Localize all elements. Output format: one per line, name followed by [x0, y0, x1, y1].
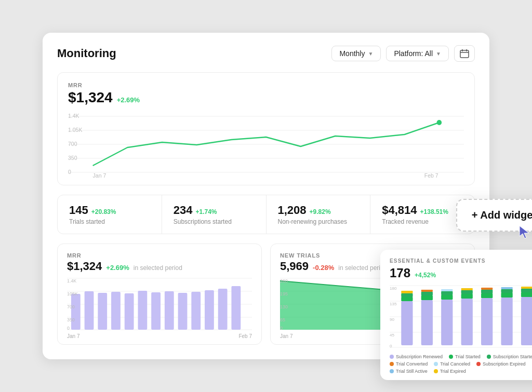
stat-subs-label: Subscriptions started	[174, 218, 255, 225]
svg-rect-87	[521, 292, 532, 297]
svg-rect-67	[421, 295, 433, 300]
stat-trials: 145 +20.83% Trials started	[58, 195, 162, 234]
legend-label: Trial Expired	[440, 369, 466, 374]
legend-item: Subscription Expired	[476, 361, 526, 367]
svg-rect-27	[138, 291, 147, 330]
svg-rect-65	[401, 291, 413, 293]
svg-text:Feb 7: Feb 7	[424, 172, 438, 179]
svg-text:350: 350	[68, 155, 77, 161]
mrr-value-row: $1,324 +2.69%	[68, 89, 464, 106]
mrr-bottom-value: $1,324	[67, 260, 102, 273]
platform-dropdown[interactable]: Platform: All ▼	[386, 46, 449, 61]
svg-rect-88	[521, 289, 532, 292]
legend-item: Subscription Started	[487, 354, 532, 359]
add-widget-label: + Add widget	[472, 209, 532, 221]
calendar-icon	[460, 49, 469, 58]
cursor-icon	[517, 225, 532, 243]
stat-trials-label: Trials started	[69, 218, 150, 225]
svg-rect-81	[481, 288, 493, 290]
events-value: 178	[390, 266, 410, 280]
svg-text:700: 700	[68, 141, 77, 147]
platform-label: Platform: All	[394, 49, 433, 58]
svg-rect-84	[501, 289, 512, 293]
stat-subs-value: 234	[174, 204, 193, 217]
svg-rect-77	[461, 288, 473, 290]
svg-rect-76	[461, 290, 473, 294]
svg-rect-74	[461, 299, 473, 345]
svg-rect-25	[111, 292, 121, 330]
stat-purchases-change: +9.82%	[310, 208, 331, 215]
svg-rect-86	[521, 297, 532, 345]
svg-marker-51	[520, 226, 529, 238]
mrr-bottom-change: +2.69%	[106, 264, 129, 272]
svg-rect-26	[125, 293, 134, 330]
legend-label: Subscription Started	[493, 354, 532, 359]
mrr-x-start: Jan 7	[67, 333, 79, 339]
svg-rect-30	[178, 293, 188, 330]
legend-item: Subscription Renewed	[390, 354, 443, 359]
svg-rect-72	[441, 291, 453, 295]
stat-purchases: 1,208 +9.82% Non-renewing purchases	[267, 195, 371, 234]
svg-text:1.05K: 1.05K	[68, 127, 83, 133]
svg-rect-66	[421, 300, 433, 345]
svg-rect-69	[421, 290, 433, 292]
svg-text:Jan 7: Jan 7	[93, 172, 107, 179]
svg-rect-79	[481, 293, 493, 298]
svg-text:350: 350	[67, 317, 75, 322]
legend-color-dot	[434, 362, 438, 366]
svg-rect-68	[421, 292, 433, 295]
mrr-x-labels: Jan 7 Feb 7	[67, 333, 252, 339]
trials-x-start: Jan 7	[280, 333, 292, 339]
svg-rect-29	[165, 291, 174, 330]
svg-text:0: 0	[67, 326, 70, 331]
legend-label: Trial Converted	[396, 361, 428, 367]
svg-text:45: 45	[390, 333, 395, 337]
svg-text:260: 260	[280, 278, 288, 283]
svg-rect-78	[481, 298, 493, 345]
events-legend: Subscription Renewed Trial Started Subsc…	[390, 354, 532, 374]
stats-row: 145 +20.83% Trials started 234 +1.74% Su…	[57, 195, 475, 234]
svg-rect-75	[461, 294, 473, 299]
events-stacked-chart-svg: 180 135 90 45 0	[390, 286, 532, 348]
trials-value: 5,969	[280, 260, 309, 273]
svg-rect-34	[231, 286, 241, 330]
stat-revenue-value: $4,814	[382, 204, 417, 217]
page-title: Monitoring	[57, 47, 116, 60]
svg-rect-70	[441, 300, 453, 345]
mrr-bottom-period: in selected period	[134, 264, 182, 272]
mrr-bar-chart-svg: 1.4K 105K 700 350 0	[67, 278, 252, 330]
mrr-label: MRR	[68, 82, 464, 88]
legend-color-dot	[476, 362, 481, 366]
svg-text:0: 0	[68, 169, 71, 175]
stat-subs-change: +1.74%	[195, 208, 217, 215]
svg-text:700: 700	[67, 304, 75, 309]
stat-trials-change: +20.83%	[91, 208, 116, 215]
svg-rect-33	[218, 289, 228, 330]
svg-text:195: 195	[280, 291, 288, 296]
svg-rect-83	[501, 293, 512, 298]
legend-color-dot	[390, 369, 394, 373]
stat-subscriptions: 234 +1.74% Subscriptions started	[162, 195, 267, 234]
svg-text:105K: 105K	[67, 291, 78, 296]
svg-rect-23	[85, 291, 94, 330]
mrr-bottom-label: MRR	[67, 252, 252, 259]
legend-item: Trial Canceled	[434, 361, 470, 367]
dashboard-header: Monitoring Monthly ▼ Platform: All ▼	[57, 45, 475, 62]
mrr-chart-card: MRR $1,324 +2.69% 1.4K 1.05K 700 350 0	[57, 72, 475, 185]
monthly-dropdown[interactable]: Monthly ▼	[331, 46, 381, 61]
svg-rect-64	[401, 293, 413, 297]
svg-rect-24	[98, 293, 107, 330]
svg-text:130: 130	[280, 304, 288, 309]
svg-text:65: 65	[280, 317, 285, 322]
svg-rect-80	[481, 290, 493, 293]
svg-text:135: 135	[390, 302, 397, 306]
legend-label: Subscription Renewed	[396, 354, 443, 359]
svg-text:1.4K: 1.4K	[67, 278, 76, 283]
svg-rect-62	[401, 301, 413, 345]
events-change: +4,52%	[415, 272, 436, 279]
calendar-button[interactable]	[454, 45, 475, 62]
events-title: ESSENTIAL & CUSTOM EVENTS	[390, 258, 532, 264]
mrr-bar-card: MRR $1,324 +2.69% in selected period	[57, 244, 262, 345]
trials-change: -0.28%	[313, 264, 334, 272]
svg-rect-85	[501, 287, 512, 289]
